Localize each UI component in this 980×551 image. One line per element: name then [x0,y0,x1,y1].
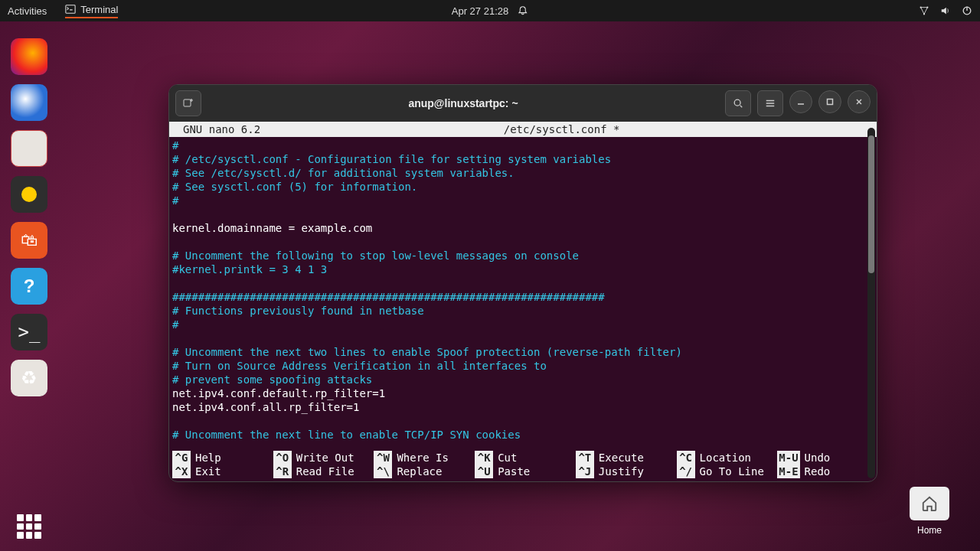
hamburger-menu-button[interactable] [757,90,783,116]
nano-line: # Uncomment the next line to enable TCP/… [172,428,874,442]
scrollbar[interactable] [867,128,875,478]
nano-hint-label: Write Out [296,451,354,465]
nano-hint-label: Justify [599,465,644,478]
nano-line: kernel.domainname = example.com [172,221,874,235]
desktop-home-folder[interactable]: Home [910,487,949,536]
nano-hint-label: Redo [805,465,831,478]
nano-hint-label: Help [195,451,221,465]
notifications-icon[interactable] [518,5,528,16]
show-applications-button[interactable] [11,508,47,545]
software-icon[interactable]: 🛍 [11,222,47,259]
nano-hint: ^\Replace [374,465,470,478]
trash-icon[interactable]: ♻ [11,360,47,396]
svg-point-7 [734,99,740,106]
nano-hint-key: ^C [677,451,695,465]
nano-body[interactable]: ## /etc/sysctl.conf - Configuration file… [169,137,877,451]
active-app-indicator[interactable]: Terminal [65,4,118,18]
nano-line: # See sysctl.conf (5) for information. [172,180,874,194]
window-title: anup@linuxstartpc: ~ [207,97,719,109]
nano-hint-key: M-E [777,465,799,478]
nano-line: # [172,318,874,331]
activities-button[interactable]: Activities [8,5,47,17]
terminal-dock-icon[interactable]: >_ [11,314,47,350]
nano-hint: ^CLocation [677,451,773,465]
nano-hint-label: Go To Line [700,465,764,478]
nano-hint-label: Read File [296,465,354,478]
nano-hint-label: Exit [195,465,221,478]
nano-hint-key: ^G [172,451,191,465]
nano-hint-label: Replace [397,465,442,478]
nano-hint-key: M-U [777,451,799,465]
nano-hint-label: Location [700,451,751,465]
nano-hint: ^GHelp [172,451,269,465]
svg-rect-13 [828,99,833,105]
nano-header: GNU nano 6.2 /etc/sysctl.conf * [169,122,877,137]
svg-rect-6 [184,99,191,106]
files-icon[interactable] [11,130,47,167]
nano-line [172,207,874,221]
active-app-name: Terminal [80,4,118,15]
home-folder-icon [910,487,949,520]
nano-line: # /etc/sysctl.conf - Configuration file … [172,152,874,166]
nano-hint: ^XExit [172,465,269,478]
network-icon[interactable] [919,5,929,16]
nano-hint: ^OWrite Out [273,451,370,465]
terminal-window: anup@linuxstartpc: ~ GNU nano 6.2 /etc/s… [168,84,877,482]
nano-hint: ^WWhere Is [374,451,470,465]
nano-line [172,276,874,290]
nano-hint: ^RRead File [273,465,370,478]
firefox-icon[interactable] [11,38,47,75]
desktop-home-label: Home [910,525,949,536]
svg-rect-0 [66,5,75,14]
nano-hint-key: ^T [576,451,594,465]
nano-hint-key: ^O [273,451,292,465]
new-tab-button[interactable] [175,90,201,116]
nano-file-name: /etc/sysctl.conf * [504,122,620,136]
nano-hint-key: ^J [576,465,594,478]
nano-line: net.ipv4.conf.all.rp_filter=1 [172,400,874,414]
close-button[interactable] [848,90,871,113]
nano-line: # Turn on Source Address Verification in… [172,359,874,373]
search-button[interactable] [725,90,751,116]
minimize-button[interactable] [789,90,812,113]
nano-line: # Functions previously found in netbase [172,304,874,318]
nano-editor[interactable]: GNU nano 6.2 /etc/sysctl.conf * ## /etc/… [169,122,877,481]
nano-hint: M-ERedo [777,465,874,478]
nano-hint-label: Execute [599,451,644,465]
nano-line: # [172,194,874,207]
nano-hint-key: ^U [475,465,493,478]
nano-app-name: GNU nano 6.2 [183,122,260,136]
nano-line: # [172,139,874,152]
nano-line: # Uncomment the following to stop low-le… [172,249,874,262]
nano-hint-key: ^R [273,465,292,478]
volume-icon[interactable] [940,5,951,16]
terminal-app-icon [65,4,76,15]
nano-hint-key: ^W [374,451,392,465]
nano-line [172,235,874,249]
maximize-button[interactable] [818,90,841,113]
nano-hint-key: ^/ [677,465,695,478]
nano-line [172,414,874,428]
dock: 🛍 ? >_ ♻ [6,31,52,545]
nano-hint-label: Where Is [397,451,448,465]
nano-line: # Uncomment the next two lines to enable… [172,345,874,359]
nano-hint: ^TExecute [576,451,672,465]
nano-hint: ^KCut [475,451,571,465]
nano-hint-key: ^K [475,451,493,465]
power-icon[interactable] [962,5,972,16]
nano-footer: ^GHelp^OWrite Out^WWhere Is^KCut^TExecut… [169,451,877,481]
nano-hint-label: Cut [498,451,517,465]
thunderbird-icon[interactable] [11,84,47,121]
nano-line [172,331,874,345]
help-icon[interactable]: ? [11,268,47,305]
scrollbar-thumb[interactable] [868,135,874,273]
nano-hint: ^UPaste [475,465,571,478]
rhythmbox-icon[interactable] [11,176,47,213]
nano-hint: M-UUndo [777,451,874,465]
nano-hint: ^JJustify [576,465,672,478]
nano-hint-key: ^X [172,465,191,478]
clock[interactable]: Apr 27 21:28 [452,5,508,17]
nano-line: # prevent some spoofing attacks [172,373,874,386]
nano-hint-label: Undo [805,451,831,465]
svg-line-8 [740,106,743,108]
